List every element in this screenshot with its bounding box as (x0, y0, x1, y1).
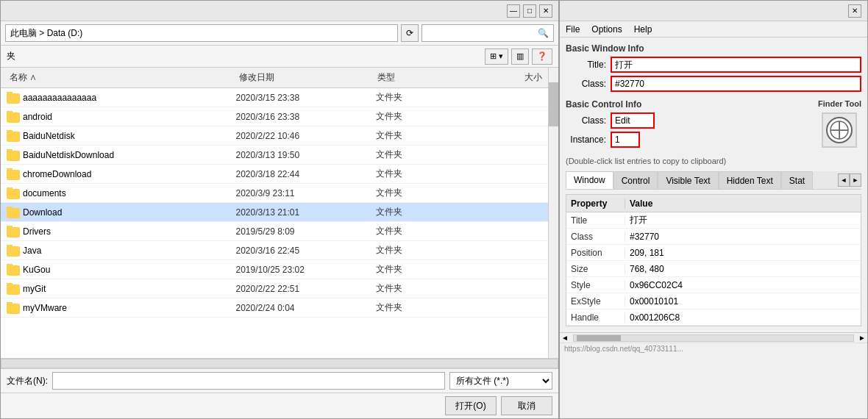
tab-control[interactable]: Control (613, 171, 658, 189)
scrollbar-thumb[interactable] (549, 82, 558, 126)
minimize-button[interactable]: — (507, 4, 520, 18)
tab-window[interactable]: Window (566, 171, 613, 189)
title-bar: — □ ✕ (1, 1, 558, 21)
search-box[interactable]: 🔍 (421, 24, 554, 42)
cancel-button[interactable]: 取消 (501, 396, 552, 415)
tab-prev-button[interactable]: ◄ (838, 173, 850, 187)
prop-key: ExStyle (566, 296, 625, 307)
open-button[interactable]: 打开(O) (445, 396, 497, 415)
toolbar: 夹 ⊞ ▾ ▥ ❓ (1, 46, 558, 68)
finder-tool-button[interactable] (822, 112, 857, 148)
bottom-scroll[interactable]: ◄ ► (560, 332, 867, 343)
scroll-thumb[interactable] (577, 335, 621, 341)
title-bar-controls: — □ ✕ (507, 4, 552, 18)
prop-val: 768, 480 (625, 264, 669, 274)
scroll-left-arrow[interactable]: ◄ (560, 334, 570, 342)
table-row[interactable]: BaiduNetdiskDownload 2020/3/13 19:50 文件夹 (1, 146, 548, 165)
control-class-input[interactable] (611, 112, 655, 129)
property-row[interactable]: ExStyle 0x00010101 (566, 293, 861, 309)
file-name-text: BaiduNetdisk (23, 131, 75, 141)
pane-icon: ▥ (516, 51, 524, 61)
refresh-button[interactable]: ⟳ (401, 24, 419, 42)
folder-icon (7, 284, 20, 295)
col-header-name[interactable]: 名称 ∧ (4, 71, 236, 84)
col-header-size[interactable]: 大小 (469, 71, 545, 84)
property-row[interactable]: Handle 0x001206C8 (566, 309, 861, 326)
prop-header-val: Value (625, 198, 657, 209)
prop-val: 209, 181 (625, 248, 669, 258)
toolbar-label: 夹 (7, 50, 15, 62)
tab-hidden-text[interactable]: Hidden Text (719, 171, 781, 189)
table-row[interactable]: Java 2020/3/16 22:45 文件夹 (1, 241, 548, 260)
tab-stat[interactable]: Stat (781, 171, 813, 189)
tab-nav: ◄ ► (838, 171, 861, 189)
file-type: 文件夹 (373, 225, 468, 237)
file-type: 文件夹 (373, 263, 468, 276)
prop-val: 0x00010101 (625, 296, 683, 307)
pane-button[interactable]: ▥ (511, 49, 529, 65)
view-toggle-button[interactable]: ⊞ ▾ (485, 49, 508, 65)
maximize-button[interactable]: □ (523, 4, 536, 18)
search-icon: 🔍 (538, 28, 549, 38)
menu-options[interactable]: Options (591, 24, 622, 35)
scroll-track[interactable] (573, 334, 854, 342)
table-row[interactable]: KuGou 2019/10/25 23:02 文件夹 (1, 260, 548, 279)
file-date: 2019/5/29 8:09 (232, 226, 372, 237)
instance-input[interactable] (611, 132, 640, 148)
horizontal-scrollbar[interactable] (1, 358, 558, 368)
property-row[interactable]: Position 209, 181 (566, 245, 861, 261)
file-date: 2020/3/13 19:50 (232, 150, 372, 160)
folder-icon (7, 151, 20, 161)
property-row[interactable]: Title 打开 (566, 212, 861, 229)
search-input[interactable] (427, 28, 535, 38)
breadcrumb: 此电脑 > Data (D:) (10, 27, 82, 40)
table-row[interactable]: myGit 2020/2/22 22:51 文件夹 (1, 279, 548, 298)
prop-val: #32770 (625, 232, 664, 242)
help-button[interactable]: ❓ (532, 49, 552, 65)
table-row[interactable]: android 2020/3/16 23:38 文件夹 (1, 107, 548, 126)
table-row[interactable]: aaaaaaaaaaaaaaa 2020/3/15 23:38 文件夹 (1, 88, 548, 107)
table-row[interactable]: documents 2020/3/9 23:11 文件夹 (1, 184, 548, 203)
class-field-input[interactable] (611, 76, 861, 92)
address-input[interactable]: 此电脑 > Data (D:) (5, 24, 398, 42)
tab-visible-text[interactable]: Visible Text (658, 171, 718, 189)
file-date: 2020/2/22 10:46 (232, 131, 372, 141)
file-date: 2020/2/22 22:51 (232, 284, 372, 294)
property-table: Property Value Title 打开 Class #32770 Pos… (566, 194, 861, 326)
folder-icon (7, 208, 20, 218)
table-row[interactable]: BaiduNetdisk 2020/2/22 10:46 文件夹 (1, 126, 548, 146)
col-header-type[interactable]: 类型 (374, 71, 469, 84)
property-row[interactable]: Style 0x96CC02C4 (566, 277, 861, 293)
file-name-text: Drivers (23, 226, 51, 237)
col-header-date[interactable]: 修改日期 (236, 71, 374, 84)
table-row[interactable]: myVMware 2020/2/24 0:04 文件夹 (1, 298, 548, 318)
inspector-close-button[interactable]: ✕ (848, 4, 861, 18)
table-row[interactable]: chromeDownload 2020/3/18 22:44 文件夹 (1, 165, 548, 184)
file-name-text: KuGou (23, 265, 50, 275)
scroll-right-arrow[interactable]: ► (857, 334, 867, 342)
title-field-input[interactable] (611, 57, 861, 73)
control-fields: Basic Control Info Class: Instance: (566, 99, 809, 151)
file-type: 文件夹 (373, 206, 468, 218)
property-row[interactable]: Size 768, 480 (566, 261, 861, 277)
file-name-text: myVMware (23, 303, 67, 313)
filename-label: 文件名(N): (7, 375, 48, 387)
folder-icon (7, 265, 20, 276)
file-name-text: myGit (23, 284, 46, 294)
filename-bar: 文件名(N): 所有文件 (*.*) (1, 368, 558, 393)
table-row[interactable]: Drivers 2019/5/29 8:09 文件夹 (1, 222, 548, 241)
prop-header-key: Property (566, 198, 625, 209)
filetype-select[interactable]: 所有文件 (*.*) (449, 372, 552, 390)
folder-icon (7, 93, 20, 104)
table-row[interactable]: Download 2020/3/13 21:01 文件夹 (1, 203, 548, 222)
class-field-label: Class: (566, 79, 606, 89)
grid-icon: ⊞ (490, 51, 497, 61)
property-row[interactable]: Class #32770 (566, 229, 861, 245)
file-date: 2020/2/24 0:04 (232, 303, 372, 313)
menu-file[interactable]: File (566, 24, 580, 35)
close-button[interactable]: ✕ (539, 4, 552, 18)
tab-next-button[interactable]: ► (850, 173, 861, 187)
filename-input[interactable] (52, 372, 445, 390)
vertical-scrollbar[interactable] (548, 68, 558, 358)
menu-help[interactable]: Help (634, 24, 652, 35)
